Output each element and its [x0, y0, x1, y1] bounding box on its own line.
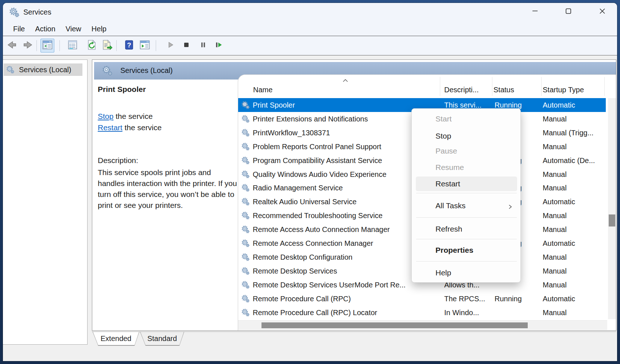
help-icon: ?	[124, 39, 135, 52]
tab-extended[interactable]: Extended	[93, 332, 139, 346]
restart-service-line: Restart the service	[98, 123, 162, 132]
column-divider[interactable]	[440, 77, 440, 96]
horizontal-scrollbar-thumb[interactable]	[261, 322, 528, 328]
context-menu-item-resume[interactable]: Resume	[416, 160, 517, 175]
menu-bar: FileActionViewHelp	[3, 22, 617, 36]
window-title: Services	[23, 8, 51, 16]
menu-help[interactable]: Help	[86, 23, 112, 35]
vertical-scrollbar[interactable]	[608, 98, 616, 319]
column-header-status[interactable]: Status	[493, 86, 514, 94]
context-menu-item-label: Refresh	[435, 225, 462, 233]
tab-standard[interactable]: Standard	[140, 332, 184, 346]
service-gear-icon	[241, 308, 250, 317]
stop-service-line: Stop the service	[98, 112, 153, 121]
stop-service-button[interactable]	[179, 39, 193, 53]
desktop-background: Services FileActionViewHelp ? Services (…	[0, 0, 620, 364]
selected-service-title: Print Spooler	[98, 85, 146, 94]
service-startup-type: Manual	[543, 281, 605, 289]
forward-button[interactable]	[21, 39, 35, 53]
refresh-button[interactable]	[85, 39, 98, 53]
context-menu-item-label: Pause	[435, 147, 457, 155]
context-menu-item-start[interactable]: Start	[416, 112, 517, 126]
pause-service-button[interactable]	[196, 39, 210, 53]
menu-action[interactable]: Action	[30, 23, 61, 35]
minimize-button[interactable]	[527, 4, 543, 18]
service-startup-type: Automatic (De...	[543, 156, 605, 165]
description-label: Description:	[98, 156, 138, 165]
forward-icon	[23, 39, 34, 52]
tree-item-label: Services (Local)	[19, 66, 71, 74]
context-menu-item-stop[interactable]: Stop	[416, 129, 517, 143]
service-gear-icon	[241, 115, 250, 123]
context-menu-separator	[416, 239, 517, 239]
service-gear-icon	[241, 253, 250, 262]
close-icon	[598, 7, 607, 15]
horizontal-scrollbar[interactable]	[238, 320, 607, 330]
stop-suffix: the service	[113, 112, 152, 120]
context-menu-item-refresh[interactable]: Refresh	[416, 222, 517, 236]
column-header-startup-type[interactable]: Startup Type	[543, 86, 584, 94]
column-header-name[interactable]: Name	[253, 86, 272, 94]
context-menu-item-label: Restart	[435, 179, 460, 188]
menu-view[interactable]: View	[61, 23, 86, 35]
svg-text:?: ?	[127, 41, 131, 49]
service-startup-type: Manual	[543, 309, 605, 317]
export-list-icon	[101, 39, 112, 52]
service-description: The RPCS...	[444, 295, 492, 303]
context-menu-item-label: Properties	[435, 246, 473, 255]
tab-label: Standard	[147, 334, 177, 343]
context-menu-separator	[416, 261, 517, 262]
context-menu-item-label: Resume	[435, 163, 464, 172]
column-header-description[interactable]: Descripti...	[444, 86, 478, 94]
service-row-16[interactable]: Remote Procedure Call (RPC) Locator In W…	[238, 306, 606, 320]
start-service-button[interactable]	[163, 39, 177, 53]
restart-service-button[interactable]	[212, 39, 225, 53]
minimize-icon	[531, 7, 539, 15]
context-menu-separator	[416, 193, 517, 193]
context-menu-item-label: Stop	[435, 132, 451, 140]
menu-file[interactable]: File	[8, 23, 30, 35]
maximize-icon	[564, 7, 573, 15]
context-menu-item-pause[interactable]: Pause	[416, 144, 517, 158]
divider	[3, 55, 617, 55]
service-gear-icon	[241, 267, 250, 275]
column-divider[interactable]	[541, 77, 542, 96]
context-menu-item-restart[interactable]: Restart	[416, 177, 517, 191]
title-bar: Services	[3, 3, 617, 22]
context-menu: StartStopPauseResumeRestartAll TasksRefr…	[411, 108, 521, 283]
back-button[interactable]	[5, 39, 19, 53]
tree-item-services-local[interactable]: Services (Local)	[4, 63, 82, 76]
service-startup-type: Automatic	[543, 198, 605, 206]
services-gear-icon	[101, 65, 113, 77]
properties-button[interactable]	[66, 39, 80, 53]
extended-view-icon	[139, 39, 150, 52]
service-gear-icon	[241, 294, 250, 303]
context-menu-item-properties[interactable]: Properties	[416, 243, 517, 257]
extended-view-button[interactable]	[138, 39, 152, 53]
toolbar: ?	[3, 36, 617, 55]
export-list-button[interactable]	[100, 39, 114, 53]
vertical-scrollbar-thumb[interactable]	[609, 214, 615, 226]
restart-service-link[interactable]: Restart	[98, 123, 123, 132]
help-button[interactable]: ?	[122, 39, 136, 53]
service-startup-type: Automatic	[543, 101, 605, 109]
start-service-icon	[166, 40, 175, 51]
toolbar-separator	[59, 40, 60, 51]
divider	[92, 332, 616, 332]
service-startup-type: Manual	[543, 115, 605, 123]
service-startup-type: Manual	[543, 184, 605, 192]
show-console-tree-button[interactable]	[40, 39, 54, 53]
column-divider[interactable]	[604, 77, 605, 96]
close-button[interactable]	[594, 4, 611, 18]
column-divider[interactable]	[492, 77, 492, 96]
context-menu-item-help[interactable]: Help	[416, 266, 517, 280]
service-gear-icon	[241, 142, 250, 151]
service-row-15[interactable]: Remote Procedure Call (RPC) The RPCS... …	[238, 292, 606, 306]
context-menu-item-label: Help	[435, 268, 451, 277]
stop-service-link[interactable]: Stop	[98, 112, 113, 120]
services-gear-icon	[9, 7, 20, 18]
submenu-arrow-icon	[507, 203, 513, 209]
header-label: Services (Local)	[120, 66, 173, 75]
context-menu-item-all-tasks[interactable]: All Tasks	[416, 198, 517, 213]
maximize-button[interactable]	[560, 4, 577, 18]
